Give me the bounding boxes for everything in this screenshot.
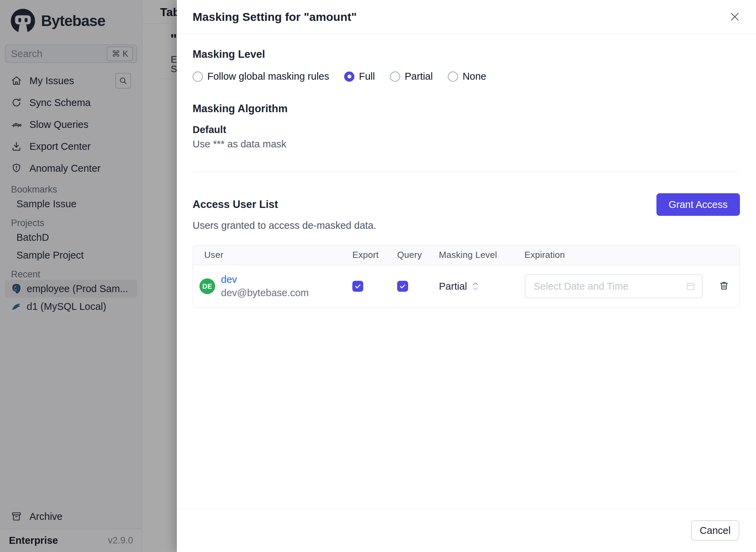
expiration-date-input[interactable]: Select Date and Time xyxy=(525,274,703,298)
masking-level-value: Partial xyxy=(439,281,467,292)
masking-setting-modal: Masking Setting for "amount" Masking Lev… xyxy=(177,0,756,552)
access-subtitle: Users granted to access de-masked data. xyxy=(193,220,740,231)
masking-level-select[interactable]: Partial xyxy=(430,281,516,292)
col-query: Query xyxy=(388,250,430,260)
user-name-link[interactable]: dev xyxy=(221,273,309,286)
radio-none[interactable]: None xyxy=(448,71,486,82)
check-icon xyxy=(354,282,362,290)
app-root: Bytebase Search ⌘ K My Issues xyxy=(0,0,756,552)
grant-access-button[interactable]: Grant Access xyxy=(656,193,740,216)
radio-circle[interactable] xyxy=(193,71,203,82)
col-masking-level: Masking Level xyxy=(430,250,516,260)
masking-level-heading: Masking Level xyxy=(193,48,740,61)
expiration-cell: Select Date and Time xyxy=(516,274,708,298)
algorithm-description: Use *** as data mask xyxy=(193,139,740,150)
section-divider xyxy=(193,172,740,172)
date-placeholder: Select Date and Time xyxy=(534,281,628,292)
row-actions xyxy=(708,280,740,292)
modal-title: Masking Setting for "amount" xyxy=(193,10,357,24)
export-checkbox[interactable] xyxy=(352,281,363,292)
delete-user-button[interactable] xyxy=(719,280,729,292)
radio-circle[interactable] xyxy=(390,71,400,82)
radio-label: None xyxy=(462,71,486,82)
radio-circle[interactable] xyxy=(448,71,458,82)
radio-label: Follow global masking rules xyxy=(207,71,329,82)
table-header: User Export Query Masking Level Expirati… xyxy=(193,245,740,265)
modal-header: Masking Setting for "amount" xyxy=(177,0,756,34)
export-cell xyxy=(343,281,388,292)
user-cell: DE dev dev@bytebase.com xyxy=(193,273,343,300)
radio-full[interactable]: Full xyxy=(344,71,375,82)
modal-footer: Cancel xyxy=(177,509,756,552)
access-header-row: Access User List Grant Access xyxy=(193,193,740,216)
radio-partial[interactable]: Partial xyxy=(390,71,433,82)
access-user-table: User Export Query Masking Level Expirati… xyxy=(193,245,740,308)
query-checkbox[interactable] xyxy=(397,281,408,292)
table-row: DE dev dev@bytebase.com xyxy=(193,265,740,307)
algorithm-name: Default xyxy=(193,124,740,135)
radio-follow-global[interactable]: Follow global masking rules xyxy=(193,71,329,82)
close-button[interactable] xyxy=(727,9,742,24)
radio-circle-selected[interactable] xyxy=(344,71,354,82)
masking-algorithm-heading: Masking Algorithm xyxy=(193,103,740,115)
radio-label: Partial xyxy=(405,71,433,82)
col-user: User xyxy=(193,250,343,260)
calendar-icon xyxy=(686,281,696,291)
select-chevrons-icon xyxy=(472,282,479,291)
col-export: Export xyxy=(343,250,388,260)
col-expiration: Expiration xyxy=(516,250,708,260)
query-cell xyxy=(388,281,430,292)
access-user-list-heading: Access User List xyxy=(193,198,278,211)
masking-level-radio-group: Follow global masking rules Full Partial… xyxy=(193,71,740,82)
modal-body: Masking Level Follow global masking rule… xyxy=(177,34,756,509)
check-icon xyxy=(399,282,406,290)
user-email: dev@bytebase.com xyxy=(221,286,309,300)
avatar: DE xyxy=(199,278,215,294)
close-icon xyxy=(729,11,740,22)
radio-label: Full xyxy=(359,71,375,82)
cancel-button[interactable]: Cancel xyxy=(691,520,739,541)
trash-icon xyxy=(719,280,729,291)
